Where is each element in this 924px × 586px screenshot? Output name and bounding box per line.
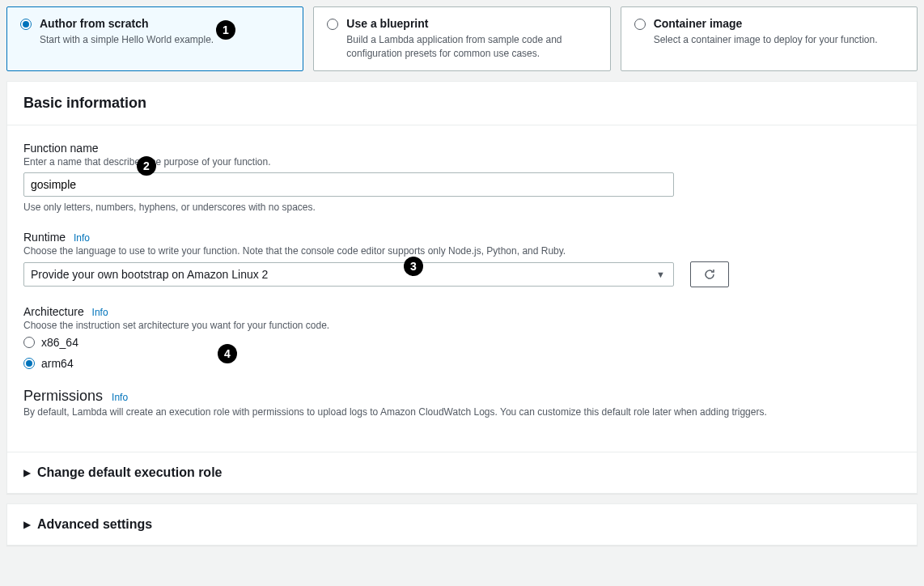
option-desc: Build a Lambda application from sample c… (346, 33, 596, 61)
triangle-right-icon: ▶ (23, 467, 31, 478)
radio-icon (23, 337, 35, 348)
permissions-desc: By default, Lambda will create an execut… (23, 406, 901, 418)
runtime-select-value: Provide your own bootstrap on Amazon Lin… (31, 268, 268, 281)
triangle-right-icon: ▶ (23, 519, 31, 530)
basic-information-panel: Basic information Function name Enter a … (6, 81, 918, 494)
architecture-info-link[interactable]: Info (92, 307, 108, 318)
permissions-header: Permissions Info (23, 388, 901, 405)
advanced-settings-expander[interactable]: ▶ Advanced settings (6, 503, 918, 546)
field-hint: Use only letters, numbers, hyphens, or u… (23, 202, 901, 213)
option-container-image[interactable]: Container image Select a container image… (621, 6, 918, 71)
option-title: Use a blueprint (346, 17, 596, 30)
expander-title: Change default execution role (37, 465, 222, 480)
option-desc: Start with a simple Hello World example. (40, 33, 214, 47)
change-execution-role-expander[interactable]: ▶ Change default execution role (7, 452, 917, 493)
chevron-down-icon: ▼ (656, 270, 665, 279)
panel-title: Basic information (23, 95, 901, 112)
refresh-icon (703, 268, 716, 281)
option-use-blueprint[interactable]: Use a blueprint Build a Lambda applicati… (313, 6, 610, 71)
permissions-info-link[interactable]: Info (112, 392, 128, 403)
expander-title: Advanced settings (37, 517, 152, 532)
option-title: Author from scratch (40, 17, 214, 30)
permissions-label-text: Permissions (23, 388, 103, 404)
field-label: Function name (23, 142, 901, 155)
architecture-option-x86_64[interactable]: x86_64 (23, 336, 901, 349)
runtime-select[interactable]: Provide your own bootstrap on Amazon Lin… (23, 262, 674, 287)
architecture-option-arm64[interactable]: arm64 (23, 357, 901, 370)
field-label: Runtime Info (23, 231, 901, 244)
function-name-input[interactable] (23, 172, 674, 197)
creation-method-options: Author from scratch Start with a simple … (6, 6, 918, 71)
architecture-field: Architecture Info Choose the instruction… (23, 305, 901, 370)
architecture-option-label: arm64 (41, 357, 74, 370)
function-name-field: Function name Enter a name that describe… (23, 142, 901, 213)
field-desc: Choose the instruction set architecture … (23, 320, 901, 331)
field-desc: Enter a name that describes the purpose … (23, 156, 901, 168)
runtime-field: Runtime Info Choose the language to use … (23, 231, 901, 287)
radio-icon (327, 19, 338, 30)
runtime-info-link[interactable]: Info (74, 232, 90, 244)
architecture-option-label: x86_64 (41, 336, 78, 349)
field-label: Architecture Info (23, 305, 901, 318)
option-author-from-scratch[interactable]: Author from scratch Start with a simple … (6, 6, 303, 71)
annotation-1: 1 (216, 20, 235, 40)
radio-icon (20, 19, 32, 30)
architecture-label-text: Architecture (23, 305, 84, 318)
radio-icon (634, 19, 646, 30)
option-desc: Select a container image to deploy for y… (654, 33, 878, 47)
field-desc: Choose the language to use to write your… (23, 245, 901, 257)
permissions-section: Permissions Info By default, Lambda will… (23, 388, 901, 418)
panel-header: Basic information (7, 82, 917, 125)
radio-icon (23, 358, 35, 369)
runtime-label-text: Runtime (23, 231, 66, 244)
refresh-runtime-button[interactable] (690, 261, 729, 287)
option-title: Container image (654, 17, 878, 30)
